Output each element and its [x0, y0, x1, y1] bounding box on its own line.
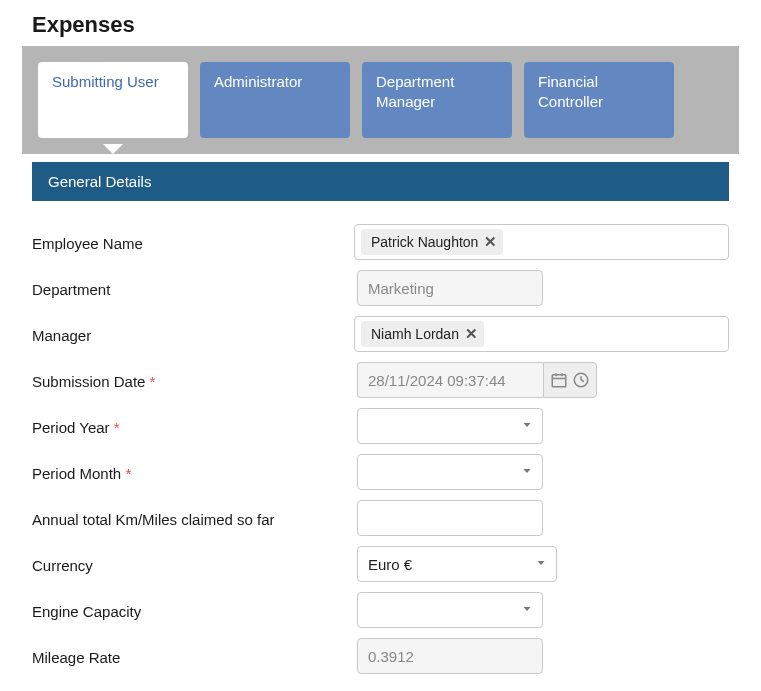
- tab-submitting-user[interactable]: Submitting User: [38, 62, 188, 138]
- label-manager: Manager: [32, 325, 354, 344]
- currency-select[interactable]: [357, 546, 557, 582]
- mileage-rate-field: [357, 638, 543, 674]
- annual-km-field[interactable]: [357, 500, 543, 536]
- label-engine-capacity: Engine Capacity: [32, 601, 357, 620]
- label-mileage-rate: Mileage Rate: [32, 647, 357, 666]
- required-marker: *: [114, 419, 120, 436]
- label-period-year: Period Year *: [32, 417, 357, 436]
- tabs-bar-padding: [22, 138, 739, 154]
- employee-name-field[interactable]: Patrick Naughton ✕: [354, 224, 729, 260]
- period-month-value: [357, 454, 543, 490]
- calendar-icon[interactable]: [550, 371, 568, 389]
- clock-icon[interactable]: [572, 371, 590, 389]
- employee-name-tag: Patrick Naughton ✕: [361, 229, 503, 255]
- tab-administrator[interactable]: Administrator: [200, 62, 350, 138]
- remove-employee-name-icon[interactable]: ✕: [484, 233, 497, 251]
- tab-department-manager[interactable]: Department Manager: [362, 62, 512, 138]
- submission-date-field[interactable]: [357, 362, 597, 398]
- section-header-general-details: General Details: [32, 162, 729, 201]
- tabs-bar: Submitting User Administrator Department…: [22, 46, 739, 138]
- required-marker: *: [125, 465, 131, 482]
- label-currency: Currency: [32, 555, 357, 574]
- employee-name-tag-text: Patrick Naughton: [371, 234, 478, 250]
- remove-manager-icon[interactable]: ✕: [465, 325, 478, 343]
- label-annual-km: Annual total Km/Miles claimed so far: [32, 509, 357, 528]
- label-department: Department: [32, 279, 357, 298]
- submission-date-input: [357, 362, 543, 398]
- label-submission-date: Submission Date *: [32, 371, 357, 390]
- period-year-value: [357, 408, 543, 444]
- currency-value: [357, 546, 557, 582]
- department-field: [357, 270, 543, 306]
- required-marker: *: [150, 373, 156, 390]
- period-year-select[interactable]: [357, 408, 543, 444]
- svg-line-6: [581, 380, 584, 382]
- page-title: Expenses: [0, 0, 761, 46]
- label-period-month: Period Month *: [32, 463, 357, 482]
- period-month-select[interactable]: [357, 454, 543, 490]
- label-employee-name: Employee Name: [32, 233, 354, 252]
- engine-capacity-value: [357, 592, 543, 628]
- manager-tag: Niamh Lordan ✕: [361, 321, 484, 347]
- tab-financial-controller[interactable]: Financial Controller: [524, 62, 674, 138]
- svg-rect-0: [552, 375, 566, 387]
- manager-tag-text: Niamh Lordan: [371, 326, 459, 342]
- manager-field[interactable]: Niamh Lordan ✕: [354, 316, 729, 352]
- engine-capacity-select[interactable]: [357, 592, 543, 628]
- form-general-details: Employee Name Patrick Naughton ✕ Departm…: [0, 201, 761, 679]
